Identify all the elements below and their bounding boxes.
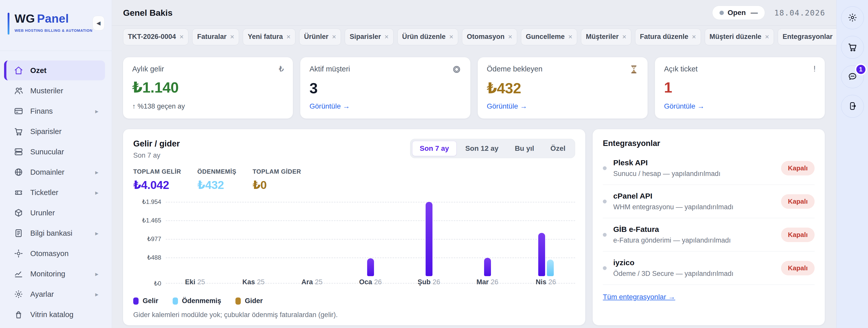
sun-icon <box>848 13 857 23</box>
integration-name: iyzico <box>613 258 734 267</box>
range-option-bu-y-l[interactable]: Bu yıl <box>507 141 542 156</box>
panels-row: Gelir / gider Son 7 ay Son 7 aySon 12 ay… <box>123 129 825 325</box>
close-icon[interactable]: × <box>449 33 453 41</box>
box-icon <box>14 208 23 217</box>
close-icon[interactable]: × <box>384 33 389 41</box>
x-tick-mar-26: Mar26 <box>458 278 517 286</box>
close-icon[interactable]: × <box>622 33 626 41</box>
stat-card-row: Aylık gelir₺₺1.140↑ %138 geçen ayAktif m… <box>123 57 825 119</box>
tab-faturalar[interactable]: Faturalar× <box>192 28 239 45</box>
bar-group-eki-25 <box>166 202 224 276</box>
exclamation-icon: ! <box>813 65 816 73</box>
close-icon[interactable]: × <box>568 33 572 41</box>
integration-name: Plesk API <box>613 158 720 167</box>
sidebar-item-label: Siparisler <box>30 127 62 136</box>
rail-button-sun[interactable] <box>841 6 864 29</box>
tab-label: Yeni fatura <box>248 33 283 41</box>
stat-card-deme-bekleyen: Ödeme bekleyen₺432Görüntüle → <box>477 57 648 119</box>
tab-entegrasyonlar[interactable]: Entegrasyonlar× <box>778 28 836 45</box>
sidebar-item-ozet[interactable]: Ozet <box>4 61 105 80</box>
sidebar-item-ayarlar[interactable]: Ayarlar▸ <box>4 284 105 304</box>
x-tick-eki-25: Eki25 <box>166 278 224 286</box>
sidebar-item-urunler[interactable]: Urunler <box>4 203 105 223</box>
bar-group-kas-25 <box>224 202 283 276</box>
tab-m-teri-d-zenle[interactable]: Müşteri düzenle× <box>705 28 774 45</box>
tab-r-n-d-zenle[interactable]: Ürün düzenle× <box>397 28 458 45</box>
chart-x-axis: ₺0 Eki25Kas25Ara25Oca26Şub26Mar26Nis26 <box>166 276 575 291</box>
summary-toplam-geli-r: TOPLAM GELİR₺4.042 <box>133 168 181 192</box>
range-option-son-7-ay[interactable]: Son 7 ay <box>412 141 457 156</box>
summary-label: TOPLAM GİDER <box>253 168 301 175</box>
sidebar-item-domainler[interactable]: Domainler▸ <box>4 162 105 182</box>
close-icon[interactable]: × <box>765 33 769 41</box>
range-option-zel[interactable]: Özel <box>543 141 573 156</box>
sidebar-item-label: Bilgi bankasi <box>30 229 72 237</box>
hourglass-icon <box>629 65 639 74</box>
rail-button-chat-bubble[interactable]: 1 <box>841 65 864 88</box>
rail-button-cart[interactable] <box>841 36 864 59</box>
close-icon[interactable]: × <box>692 33 696 41</box>
logo-text-bold: WG <box>14 12 35 25</box>
sidebar-item-sunucular[interactable]: Sunucular <box>4 142 105 162</box>
close-icon[interactable]: × <box>230 33 234 41</box>
goruntule-link[interactable]: Görüntüle → <box>309 102 461 110</box>
range-segmented-control: Son 7 aySon 12 ayBu yılÖzel <box>410 139 575 158</box>
sidebar-item-vitrin-katalog[interactable]: Vitrin katalog <box>4 305 105 324</box>
all-integrations-link[interactable]: Tüm entegrasyonlar → <box>603 293 675 301</box>
sidebar-item-label: Ozet <box>30 66 46 75</box>
integration-name: cPanel API <box>613 192 734 200</box>
chevron-right-icon: ▸ <box>95 270 98 278</box>
sidebar-item-label: Otomasyon <box>30 249 69 258</box>
sidebar-item-ticketler[interactable]: Ticketler▸ <box>4 183 105 202</box>
sidebar-item-label: Ticketler <box>30 188 58 197</box>
tab-label: Siparisler <box>349 33 381 41</box>
sidebar-item-monitoring[interactable]: Monitoring▸ <box>4 264 105 284</box>
collapse-left-icon: ◀ <box>96 20 100 26</box>
logout-icon <box>848 101 857 112</box>
integration-description: e-Fatura gönderimi — yapılandırılmadı <box>613 236 731 244</box>
close-icon[interactable]: × <box>286 33 290 41</box>
logo-block: WGPanel WEB HOSTING BILLING & AUTOMATION… <box>0 0 112 51</box>
tab-yeni-fatura[interactable]: Yeni fatura× <box>243 28 295 45</box>
chevron-right-icon: ▸ <box>95 230 98 237</box>
bar-gelir-oca-26 <box>367 258 374 276</box>
close-icon[interactable]: × <box>332 33 336 41</box>
tab-label: Fatura düzenle <box>640 33 688 41</box>
integration-row-gi-b-e-fatura: GİB e-Faturae-Fatura gönderimi — yapılan… <box>603 218 815 251</box>
sidebar-item-siparisler[interactable]: Siparisler <box>4 122 105 141</box>
stat-title: Aktif müşteri <box>309 65 350 73</box>
legend-label: Ödenmemiş <box>182 297 221 305</box>
stat-title: Aylık gelir <box>132 65 164 73</box>
status-pill[interactable]: Open — <box>712 6 765 20</box>
rail-button-logout[interactable] <box>841 95 864 118</box>
integrations-title: Entegrasyonlar <box>603 139 815 148</box>
status-dot-icon <box>603 233 607 237</box>
chart-footnote: Gider kalemleri modülde yok; çubuklar öd… <box>133 311 575 319</box>
close-icon[interactable]: × <box>180 33 184 41</box>
tab-m-teriler[interactable]: Müşteriler× <box>581 28 631 45</box>
sidebar-collapse-button[interactable]: ◀ <box>93 16 104 31</box>
status-badge: Kapalı <box>781 194 815 209</box>
chart-card: Gelir / gider Son 7 ay Son 7 aySon 12 ay… <box>123 129 586 325</box>
goruntule-link[interactable]: Görüntüle → <box>664 102 816 110</box>
y-tick-label: ₺1.954 <box>133 198 161 205</box>
tab-tkt-2026-0004[interactable]: TKT-2026-0004× <box>123 28 188 45</box>
goruntule-link[interactable]: Görüntüle → <box>487 102 639 110</box>
tab-siparisler[interactable]: Siparisler× <box>345 28 393 45</box>
tab-guncelleme[interactable]: Guncelleme× <box>521 28 577 45</box>
sidebar-item-otomasyon[interactable]: Otomasyon <box>4 244 105 263</box>
tab-label: Faturalar <box>197 33 226 41</box>
sidebar-item-label: Finans <box>30 107 53 115</box>
tab-label: TKT-2026-0004 <box>128 33 176 41</box>
close-icon[interactable]: × <box>508 33 512 41</box>
tab-label: Ürünler <box>304 33 329 41</box>
range-option-son-12-ay[interactable]: Son 12 ay <box>458 141 506 156</box>
sidebar-item-finans[interactable]: Finans▸ <box>4 101 105 121</box>
tab-r-nler[interactable]: Ürünler× <box>299 28 341 45</box>
sidebar-item-label: Monitoring <box>30 270 65 278</box>
tab-otomasyon[interactable]: Otomasyon× <box>462 28 517 45</box>
bar-group-nis-26 <box>517 202 575 276</box>
sidebar-item-musteriler[interactable]: Musteriler <box>4 81 105 101</box>
tab-fatura-d-zenle[interactable]: Fatura düzenle× <box>635 28 701 45</box>
sidebar-item-bilgi-bankasi[interactable]: Bilgi bankasi▸ <box>4 223 105 243</box>
